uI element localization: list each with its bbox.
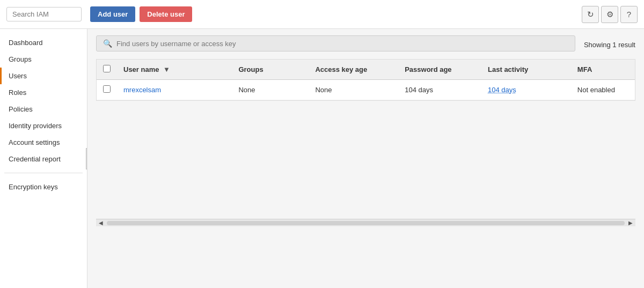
col-mfa-label: MFA [577,65,592,73]
sidebar-item-policies[interactable]: Policies [0,101,87,117]
sidebar-divider [4,173,83,173]
users-table: User name ▼ Groups Access key age Passwo… [97,60,635,100]
user-search-bar: 🔍 [96,35,575,51]
scroll-right-arrow[interactable]: ▶ [627,220,634,226]
sidebar-item-groups[interactable]: Groups [0,51,87,68]
top-bar: Add user Delete user ↻ ⚙ ? [0,0,644,29]
select-all-header [97,60,117,80]
table-row: mrexcelsam None None 104 days 104 days [97,80,635,100]
sidebar-item-roles[interactable]: Roles [0,84,87,101]
help-button[interactable]: ? [620,6,638,23]
add-user-button[interactable]: Add user [90,6,135,22]
sidebar-item-encryption-keys[interactable]: Encryption keys [0,179,87,195]
gear-icon: ⚙ [606,10,613,19]
search-icon: 🔍 [103,39,112,48]
access-key-age-value: None [315,86,332,94]
sidebar-item-dashboard[interactable]: Dashboard [0,34,87,51]
col-header-groups: Groups [232,60,309,80]
top-bar-actions: Add user Delete user [90,6,192,22]
sort-arrow-icon: ▼ [163,65,170,73]
cell-mfa: Not enabled [571,80,635,100]
refresh-icon: ↻ [587,10,594,19]
password-age-value: 104 days [405,86,433,94]
cell-groups: None [232,80,309,100]
settings-button[interactable]: ⚙ [601,6,618,23]
mfa-value: Not enabled [577,86,615,94]
cell-access-key-age: None [309,80,398,100]
col-last-activity-label: Last activity [488,65,528,73]
user-search-input[interactable] [116,40,568,48]
sidebar-item-credential-report[interactable]: Credential report [0,151,87,167]
col-password-age-label: Password age [405,65,451,73]
sidebar-collapse-button[interactable]: ◀ [86,148,87,169]
results-info: Showing 1 result [584,41,635,49]
row-checkbox-cell [97,80,117,100]
col-username-label: User name [123,65,159,73]
groups-value: None [238,86,255,94]
table-header-row: User name ▼ Groups Access key age Passwo… [97,60,635,80]
col-header-last-activity: Last activity [481,60,571,80]
sidebar-item-identity-providers[interactable]: Identity providers [0,117,87,134]
col-access-key-age-label: Access key age [315,65,367,73]
top-bar-right: ↻ ⚙ ? [582,6,638,23]
col-header-access-key-age: Access key age [309,60,398,80]
row-checkbox[interactable] [103,85,111,93]
scroll-track [107,221,625,225]
delete-user-button[interactable]: Delete user [140,6,192,22]
sidebar-item-account-settings[interactable]: Account settings [0,134,87,151]
scroll-left-arrow[interactable]: ◀ [97,220,105,226]
col-header-mfa: MFA [571,60,635,80]
col-header-password-age: Password age [398,60,481,80]
content-area: 🔍 Showing 1 result User name ▼ [87,29,644,288]
select-all-checkbox[interactable] [103,65,111,72]
sidebar: Dashboard Groups Users Roles Policies Id… [0,29,87,288]
col-header-username[interactable]: User name ▼ [117,60,232,80]
users-table-wrapper: User name ▼ Groups Access key age Passwo… [96,59,635,101]
username-link[interactable]: mrexcelsam [123,86,161,94]
last-activity-link[interactable]: 104 days [488,86,516,94]
horizontal-scrollbar[interactable]: ◀ ▶ [96,219,635,226]
col-groups-label: Groups [238,65,263,73]
cell-last-activity: 104 days [481,80,571,100]
cell-password-age: 104 days [398,80,481,100]
refresh-button[interactable]: ↻ [582,6,599,23]
main-layout: Dashboard Groups Users Roles Policies Id… [0,29,644,288]
help-icon: ? [627,10,631,19]
search-iam-input[interactable] [6,7,82,21]
sidebar-item-users[interactable]: Users [0,68,87,84]
cell-username: mrexcelsam [117,80,232,100]
